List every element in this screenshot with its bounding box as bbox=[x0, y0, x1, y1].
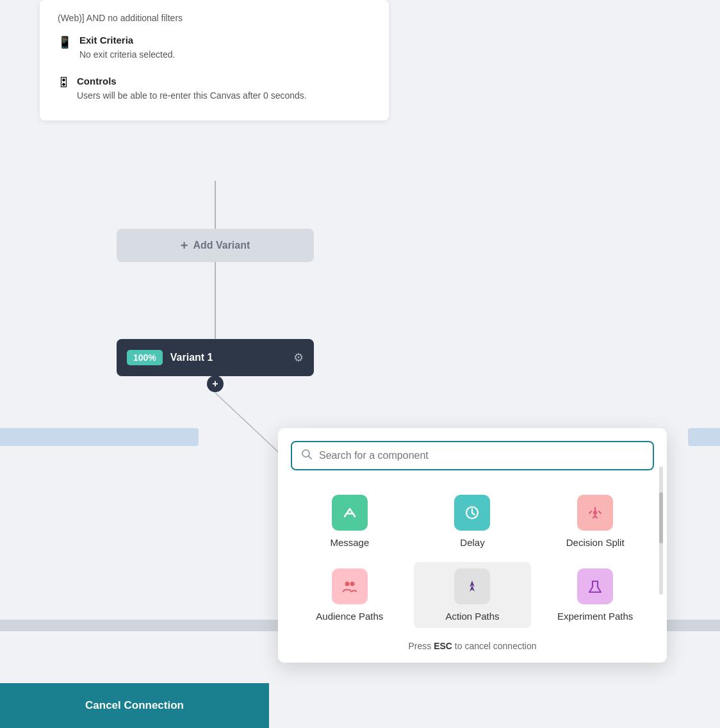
add-variant-label: Add Variant bbox=[193, 240, 250, 251]
svg-point-8 bbox=[350, 582, 354, 586]
controls-icon: 🎛 bbox=[58, 76, 69, 90]
blue-bar-right bbox=[688, 428, 720, 446]
components-grid: Message Delay bbox=[291, 488, 654, 628]
add-variant-button[interactable]: + Add Variant bbox=[117, 229, 314, 262]
variant-card: 100% Variant 1 ⚙ bbox=[117, 339, 314, 376]
component-message[interactable]: Message bbox=[291, 488, 409, 554]
filter-text: (Web)] AND no additional filters bbox=[58, 13, 371, 23]
component-experiment-paths[interactable]: Experiment Paths bbox=[536, 562, 654, 628]
experiment-paths-icon bbox=[577, 568, 613, 604]
controls-desc: Users will be able to re-enter this Canv… bbox=[77, 89, 307, 103]
message-label: Message bbox=[330, 537, 369, 548]
cancel-connection-button[interactable]: Cancel Connection bbox=[0, 683, 269, 728]
scrollbar-thumb[interactable] bbox=[659, 492, 663, 543]
canvas-area: (Web)] AND no additional filters 📱 Exit … bbox=[0, 0, 720, 728]
scrollbar-track bbox=[659, 467, 663, 595]
search-input[interactable] bbox=[319, 450, 644, 461]
audience-paths-icon bbox=[332, 568, 368, 604]
exit-criteria-desc: No exit criteria selected. bbox=[79, 48, 175, 62]
component-audience-paths[interactable]: Audience Paths bbox=[291, 562, 409, 628]
experiment-paths-label: Experiment Paths bbox=[557, 611, 633, 622]
exit-criteria-item: 📱 Exit Criteria No exit criteria selecte… bbox=[58, 35, 371, 62]
cancel-connection-label: Cancel Connection bbox=[85, 699, 184, 712]
svg-point-7 bbox=[345, 582, 349, 586]
search-icon bbox=[301, 449, 313, 463]
svg-line-2 bbox=[215, 393, 288, 461]
decision-split-icon bbox=[577, 495, 613, 531]
add-step-button[interactable]: + bbox=[207, 376, 224, 392]
audience-paths-label: Audience Paths bbox=[316, 611, 383, 622]
message-icon bbox=[332, 495, 368, 531]
decision-split-label: Decision Split bbox=[566, 537, 625, 548]
variant-percentage: 100% bbox=[127, 350, 163, 365]
component-delay[interactable]: Delay bbox=[414, 488, 532, 554]
blue-bar-left bbox=[0, 428, 199, 446]
component-action-paths[interactable]: Action Paths bbox=[414, 562, 532, 628]
component-decision-split[interactable]: Decision Split bbox=[536, 488, 654, 554]
info-card: (Web)] AND no additional filters 📱 Exit … bbox=[40, 0, 389, 120]
search-box[interactable] bbox=[291, 441, 654, 470]
esc-hint: Press ESC to cancel connection bbox=[291, 641, 654, 651]
delay-icon bbox=[454, 495, 490, 531]
action-paths-icon bbox=[454, 568, 490, 604]
controls-item: 🎛 Controls Users will be able to re-ente… bbox=[58, 76, 371, 103]
variant-gear-icon[interactable]: ⚙ bbox=[293, 351, 304, 365]
variant-label: Variant 1 bbox=[170, 352, 286, 363]
action-paths-label: Action Paths bbox=[445, 611, 499, 622]
delay-label: Delay bbox=[460, 537, 484, 548]
component-picker: Message Delay bbox=[278, 428, 667, 663]
svg-line-4 bbox=[309, 456, 312, 459]
add-variant-plus-icon: + bbox=[181, 238, 188, 253]
controls-title: Controls bbox=[77, 76, 307, 87]
exit-criteria-icon: 📱 bbox=[58, 35, 72, 49]
exit-criteria-title: Exit Criteria bbox=[79, 35, 175, 46]
